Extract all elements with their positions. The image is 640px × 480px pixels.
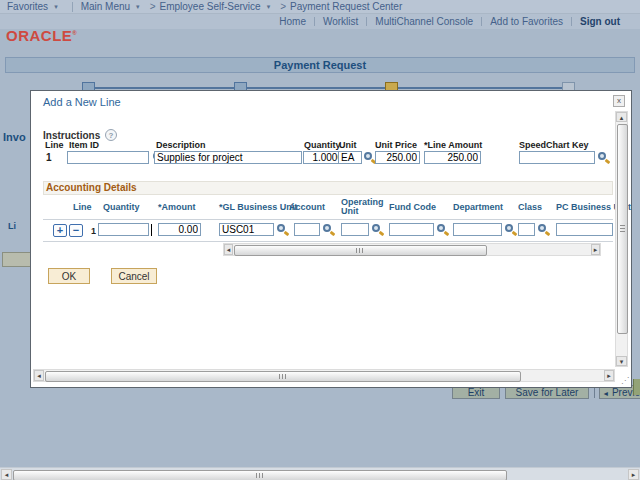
chevron-down-icon: ▾ [267, 3, 271, 11]
grid-line-number: 1 [91, 226, 96, 236]
ok-button[interactable]: OK [48, 268, 90, 284]
multichannel-console-link[interactable]: MultiChannel Console [375, 16, 473, 27]
grid-fund-code-header: Fund Code [389, 203, 436, 212]
background-button-fragment [2, 252, 31, 267]
scrollbar-thumb[interactable] [234, 245, 487, 256]
operating-unit-lookup-icon[interactable] [371, 223, 384, 236]
description-input[interactable] [154, 151, 302, 164]
speedchart-key-lookup-icon[interactable] [597, 151, 610, 164]
add-a-new-line-dialog: Add a New Line x Instructions ? Line Ite… [30, 90, 632, 388]
text-cursor [151, 224, 152, 236]
dialog-vertical-scrollbar[interactable]: ▴ ▾ [615, 111, 628, 367]
grid-gl-business-unit-input[interactable] [219, 223, 274, 236]
grid-quantity-input[interactable] [98, 223, 149, 236]
chevron-down-icon: ▾ [136, 3, 140, 11]
divider [571, 17, 572, 26]
dialog-title: Add a New Line [43, 96, 121, 108]
chevron-down-icon: ▾ [54, 3, 58, 11]
add-to-favorites-link[interactable]: Add to Favorites [490, 16, 563, 27]
grid-class-header: Class [518, 203, 542, 212]
breadcrumb-payment-request-center[interactable]: Payment Request Center [290, 1, 402, 12]
class-lookup-icon[interactable] [537, 223, 550, 236]
breadcrumb-employee-self-service[interactable]: Employee Self-Service [159, 1, 260, 12]
close-icon[interactable]: x [613, 95, 625, 107]
favorites-menu[interactable]: Favorites [7, 1, 48, 12]
grid-pc-business-unit-input[interactable] [556, 223, 613, 236]
scroll-left-icon[interactable]: ◂ [224, 244, 233, 255]
line-number-value: 1 [46, 152, 52, 163]
unit-input[interactable] [338, 151, 362, 164]
breadcrumb-bar: Favorites ▾ Main Menu ▾ > Employee Self-… [0, 0, 640, 14]
scroll-up-icon[interactable]: ▴ [616, 112, 627, 122]
header-links-bar: Home Worklist MultiChannel Console Add t… [0, 14, 640, 29]
grid-department-header: Department [453, 203, 503, 212]
grid-gl-business-unit-header: *GL Business Unit [219, 203, 297, 212]
browser-horizontal-scrollbar[interactable]: ◂ ▸ [0, 467, 640, 480]
scroll-down-icon[interactable]: ▾ [616, 356, 627, 366]
line-header: Line [45, 140, 64, 150]
scroll-right-icon[interactable]: ▸ [604, 370, 614, 381]
scrollbar-thumb[interactable] [13, 470, 507, 480]
next-button-fragment [633, 379, 640, 395]
screen: Favorites ▾ Main Menu ▾ > Employee Self-… [0, 0, 640, 480]
page-title: Payment Request [5, 57, 635, 73]
dialog-horizontal-scrollbar[interactable]: ◂ ▸ [33, 369, 615, 382]
grid-line-header: Line [73, 203, 92, 212]
unit-price-header: Unit Price [375, 140, 417, 150]
help-icon[interactable]: ? [105, 129, 117, 141]
add-row-icon[interactable]: + [53, 224, 67, 237]
grid-horizontal-scrollbar[interactable]: ◂ ▸ [223, 243, 601, 256]
grid-operating-unit-input[interactable] [341, 223, 369, 236]
divider [314, 17, 315, 26]
divider [481, 17, 482, 26]
accounting-details-section-header: Accounting Details [43, 181, 613, 195]
account-lookup-icon[interactable] [322, 223, 335, 236]
speedchart-key-header: SpeedChart Key [519, 140, 589, 150]
train-progress-line [88, 87, 568, 89]
oracle-logo: ORACLE® [6, 27, 77, 44]
description-header: Description [156, 140, 206, 150]
invoice-label-fragment: Invo [3, 131, 30, 143]
grid-amount-header: *Amount [158, 203, 196, 212]
home-link[interactable]: Home [279, 16, 306, 27]
worklist-link[interactable]: Worklist [323, 16, 358, 27]
sign-out-link[interactable]: Sign out [580, 16, 620, 27]
department-lookup-icon[interactable] [504, 223, 517, 236]
grid-bottom-divider [43, 241, 613, 242]
scroll-right-icon[interactable]: ▸ [628, 469, 639, 480]
fund-code-lookup-icon[interactable] [436, 223, 449, 236]
unit-price-input[interactable] [375, 151, 420, 164]
remove-row-icon[interactable]: − [69, 224, 83, 237]
resize-grip-icon[interactable]: ⋰ [621, 376, 631, 386]
grid-amount-input[interactable] [158, 223, 201, 236]
unit-header: Unit [339, 140, 357, 150]
item-id-header: Item ID [69, 140, 99, 150]
previous-arrow-icon: ◄ [602, 390, 609, 397]
line-amount-header: *Line Amount [424, 140, 482, 150]
grid-operating-unit-header: Operating Unit [341, 198, 381, 216]
grid-fund-code-input[interactable] [389, 223, 434, 236]
line-label-fragment: Li [8, 221, 16, 231]
scroll-left-icon[interactable]: ◂ [1, 469, 12, 480]
grid-class-input[interactable] [518, 223, 535, 236]
cancel-button[interactable]: Cancel [111, 268, 157, 284]
quantity-header: Quantity [304, 140, 341, 150]
main-menu[interactable]: Main Menu [81, 1, 130, 12]
speedchart-key-input[interactable] [519, 151, 595, 164]
grid-account-input[interactable] [294, 223, 320, 236]
scrollbar-thumb[interactable] [45, 371, 521, 382]
grid-account-header: Account [289, 203, 325, 212]
divider [366, 17, 367, 26]
breadcrumb-separator: > [280, 1, 286, 12]
scrollbar-thumb[interactable] [617, 124, 628, 334]
grid-header-divider [43, 219, 613, 220]
line-amount-input[interactable] [424, 151, 481, 164]
breadcrumb-separator: > [150, 1, 156, 12]
registered-mark: ® [72, 30, 77, 36]
grid-department-input[interactable] [453, 223, 502, 236]
divider [72, 2, 73, 12]
scroll-left-icon[interactable]: ◂ [34, 370, 44, 381]
scroll-right-icon[interactable]: ▸ [591, 244, 600, 255]
item-id-input[interactable] [67, 151, 149, 164]
gl-business-unit-lookup-icon[interactable] [276, 223, 289, 236]
